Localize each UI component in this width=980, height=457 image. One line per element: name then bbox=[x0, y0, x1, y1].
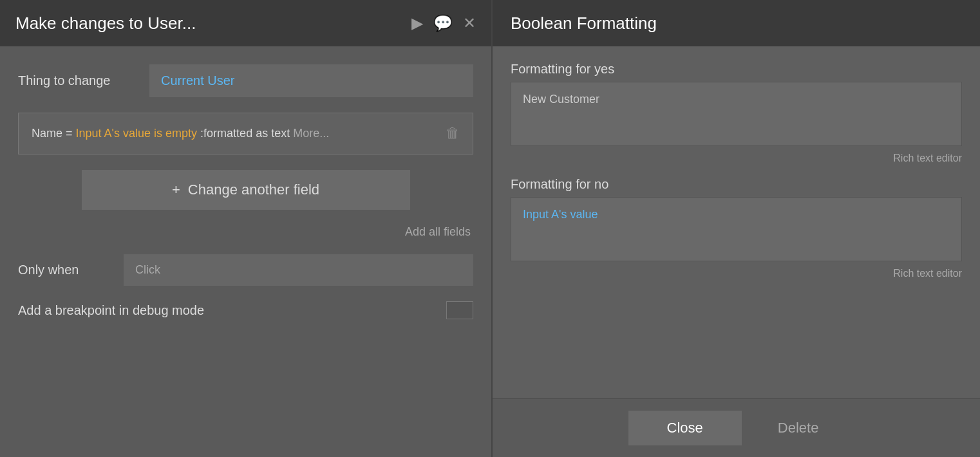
thing-to-change-label: Thing to change bbox=[18, 73, 134, 88]
close-button[interactable]: Close bbox=[628, 411, 742, 445]
formatting-yes-value: New Customer bbox=[523, 93, 599, 106]
name-change-text: Name = Input A's value is empty :formatt… bbox=[32, 125, 438, 142]
close-icon[interactable]: ✕ bbox=[463, 14, 476, 32]
delete-button[interactable]: Delete bbox=[752, 411, 845, 445]
name-equals: = bbox=[66, 127, 76, 140]
left-panel: Make changes to User... ▶ 💬 ✕ Thing to c… bbox=[0, 0, 493, 457]
only-when-label: Only when bbox=[18, 263, 108, 277]
debug-toggle[interactable] bbox=[446, 301, 473, 319]
plus-icon: + bbox=[172, 182, 180, 198]
thing-to-change-row: Thing to change Current User bbox=[18, 64, 473, 97]
right-panel: Boolean Formatting Formatting for yes Ne… bbox=[493, 0, 980, 457]
left-content: Thing to change Current User Name = Inpu… bbox=[0, 46, 491, 457]
change-another-field-button[interactable]: + Change another field bbox=[82, 170, 410, 210]
formatting-yes-label: Formatting for yes bbox=[511, 62, 962, 77]
add-all-fields[interactable]: Add all fields bbox=[18, 225, 473, 239]
name-change-box[interactable]: Name = Input A's value is empty :formatt… bbox=[18, 113, 473, 154]
only-when-row: Only when Click bbox=[18, 254, 473, 286]
thing-to-change-value[interactable]: Current User bbox=[149, 64, 473, 97]
formatting-yes-section: Formatting for yes New Customer Rich tex… bbox=[511, 62, 962, 164]
formatting-yes-box[interactable]: New Customer bbox=[511, 82, 962, 146]
name-field-name: Name bbox=[32, 127, 62, 140]
change-another-field-label: Change another field bbox=[188, 182, 319, 198]
header-icons: ▶ 💬 ✕ bbox=[411, 14, 476, 32]
formatting-yes-rich-text[interactable]: Rich text editor bbox=[511, 153, 962, 164]
left-header: Make changes to User... ▶ 💬 ✕ bbox=[0, 0, 491, 46]
right-header: Boolean Formatting bbox=[493, 0, 980, 46]
trash-icon[interactable]: 🗑 bbox=[446, 125, 460, 142]
name-more[interactable]: More... bbox=[293, 127, 329, 140]
formatting-no-box[interactable]: Input A's value bbox=[511, 197, 962, 261]
formatting-no-label: Formatting for no bbox=[511, 177, 962, 192]
formatting-no-rich-text[interactable]: Rich text editor bbox=[511, 268, 962, 279]
chat-icon[interactable]: 💬 bbox=[433, 14, 453, 32]
debug-row: Add a breakpoint in debug mode bbox=[18, 301, 473, 319]
only-when-value[interactable]: Click bbox=[124, 254, 473, 286]
right-footer: Close Delete bbox=[493, 398, 980, 457]
debug-label: Add a breakpoint in debug mode bbox=[18, 303, 204, 318]
right-content: Formatting for yes New Customer Rich tex… bbox=[493, 46, 980, 398]
name-dynamic-val: Input A's value is empty bbox=[76, 127, 198, 140]
left-panel-title: Make changes to User... bbox=[15, 14, 196, 33]
name-rest: :formatted as text bbox=[200, 127, 290, 140]
formatting-no-section: Formatting for no Input A's value Rich t… bbox=[511, 177, 962, 279]
right-panel-title: Boolean Formatting bbox=[511, 14, 657, 33]
play-icon[interactable]: ▶ bbox=[411, 14, 423, 32]
formatting-no-value: Input A's value bbox=[523, 208, 598, 221]
